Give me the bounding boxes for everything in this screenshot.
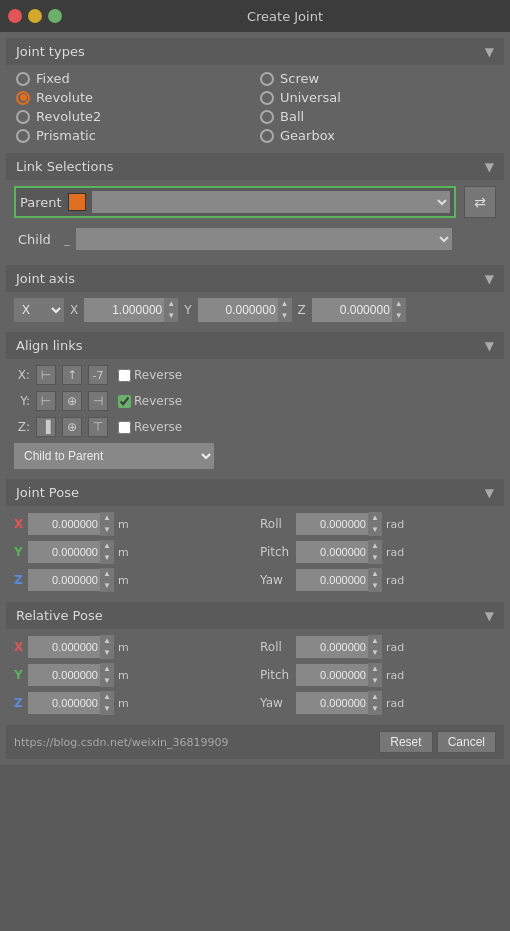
- align-z-reverse-checkbox[interactable]: [118, 421, 131, 434]
- joint-types-header[interactable]: Joint types ▼: [6, 38, 504, 65]
- align-y-icon2[interactable]: ⊕: [62, 391, 82, 411]
- joint-pose-y-spinbox[interactable]: ▲ ▼: [28, 540, 114, 564]
- relative-pose-z-input[interactable]: [28, 692, 100, 714]
- relative-pose-z-down[interactable]: ▼: [100, 703, 114, 715]
- minimize-button[interactable]: [28, 9, 42, 23]
- relative-pose-x-input[interactable]: [28, 636, 100, 658]
- joint-pose-yaw-up[interactable]: ▲: [368, 568, 382, 580]
- relative-pose-y-up[interactable]: ▲: [100, 663, 114, 675]
- joint-pose-yaw-down[interactable]: ▼: [368, 580, 382, 592]
- joint-pose-y-up[interactable]: ▲: [100, 540, 114, 552]
- joint-pose-roll-down[interactable]: ▼: [368, 524, 382, 536]
- radio-revolute[interactable]: Revolute: [16, 90, 250, 105]
- joint-pose-pitch-down[interactable]: ▼: [368, 552, 382, 564]
- joint-pose-pitch-input[interactable]: [296, 541, 368, 563]
- joint-pose-x-down[interactable]: ▼: [100, 524, 114, 536]
- joint-pose-x-spinbox[interactable]: ▲ ▼: [28, 512, 114, 536]
- relative-pose-x-spin: ▲ ▼: [100, 635, 114, 659]
- cancel-button[interactable]: Cancel: [437, 731, 496, 753]
- radio-universal[interactable]: Universal: [260, 90, 494, 105]
- close-button[interactable]: [8, 9, 22, 23]
- align-y-icon3[interactable]: ⊣: [88, 391, 108, 411]
- radio-screw[interactable]: Screw: [260, 71, 494, 86]
- joint-pose-y-input[interactable]: [28, 541, 100, 563]
- align-x-icon1[interactable]: ⊢: [36, 365, 56, 385]
- align-z-icon1[interactable]: ▐: [36, 417, 56, 437]
- relative-pose-x-up[interactable]: ▲: [100, 635, 114, 647]
- y-value-input[interactable]: [198, 298, 278, 322]
- align-links-header[interactable]: Align links ▼: [6, 332, 504, 359]
- x-spin-up[interactable]: ▲: [164, 298, 178, 310]
- joint-pose-x-up[interactable]: ▲: [100, 512, 114, 524]
- z-spin-down[interactable]: ▼: [392, 310, 406, 322]
- joint-pose-header[interactable]: Joint Pose ▼: [6, 479, 504, 506]
- reset-button[interactable]: Reset: [379, 731, 432, 753]
- joint-pose-y-down[interactable]: ▼: [100, 552, 114, 564]
- joint-pose-roll-row: Roll ▲ ▼ rad: [260, 512, 496, 536]
- joint-pose-z-down[interactable]: ▼: [100, 580, 114, 592]
- z-value-spinbox[interactable]: ▲ ▼: [312, 298, 406, 322]
- x-spin-down[interactable]: ▼: [164, 310, 178, 322]
- relative-pose-pitch-up[interactable]: ▲: [368, 663, 382, 675]
- maximize-button[interactable]: [48, 9, 62, 23]
- child-dropdown[interactable]: [76, 228, 452, 250]
- relative-pose-y-spinbox[interactable]: ▲ ▼: [28, 663, 114, 687]
- joint-pose-yaw-input[interactable]: [296, 569, 368, 591]
- y-value-spinbox[interactable]: ▲ ▼: [198, 298, 292, 322]
- joint-axis-header[interactable]: Joint axis ▼: [6, 265, 504, 292]
- joint-pose-roll-spinbox[interactable]: ▲ ▼: [296, 512, 382, 536]
- y-spin-up[interactable]: ▲: [278, 298, 292, 310]
- joint-pose-z-up[interactable]: ▲: [100, 568, 114, 580]
- align-z-icon2[interactable]: ⊕: [62, 417, 82, 437]
- align-z-icon3[interactable]: ⊤: [88, 417, 108, 437]
- z-spin-up[interactable]: ▲: [392, 298, 406, 310]
- swap-button[interactable]: ⇄: [464, 186, 496, 218]
- x-value-spinbox[interactable]: ▲ ▼: [84, 298, 178, 322]
- relative-pose-x-spinbox[interactable]: ▲ ▼: [28, 635, 114, 659]
- radio-revolute2[interactable]: Revolute2: [16, 109, 250, 124]
- radio-prismatic[interactable]: Prismatic: [16, 128, 250, 143]
- joint-pose-z-input[interactable]: [28, 569, 100, 591]
- joint-pose-y-spin: ▲ ▼: [100, 540, 114, 564]
- joint-pose-pitch-spinbox[interactable]: ▲ ▼: [296, 540, 382, 564]
- relative-pose-yaw-spinbox[interactable]: ▲ ▼: [296, 691, 382, 715]
- align-x-icon3[interactable]: -7: [88, 365, 108, 385]
- radio-ball[interactable]: Ball: [260, 109, 494, 124]
- radio-fixed[interactable]: Fixed: [16, 71, 250, 86]
- child-to-parent-select[interactable]: Child to Parent: [14, 443, 214, 469]
- relative-pose-yaw-down[interactable]: ▼: [368, 703, 382, 715]
- joint-pose-roll-up[interactable]: ▲: [368, 512, 382, 524]
- joint-pose-x-input[interactable]: [28, 513, 100, 535]
- relative-pose-z-spinbox[interactable]: ▲ ▼: [28, 691, 114, 715]
- relative-pose-pitch-down[interactable]: ▼: [368, 675, 382, 687]
- align-y-reverse-checkbox[interactable]: [118, 395, 131, 408]
- axis-select[interactable]: X Y Z: [14, 298, 64, 322]
- relative-pose-pitch-input[interactable]: [296, 664, 368, 686]
- relative-pose-y-input[interactable]: [28, 664, 100, 686]
- radio-gearbox[interactable]: Gearbox: [260, 128, 494, 143]
- relative-pose-yaw-input[interactable]: [296, 692, 368, 714]
- joint-pose-z-spinbox[interactable]: ▲ ▼: [28, 568, 114, 592]
- y-spin-down[interactable]: ▼: [278, 310, 292, 322]
- relative-pose-z-up[interactable]: ▲: [100, 691, 114, 703]
- align-x-icon2[interactable]: ↑: [62, 365, 82, 385]
- align-x-reverse-checkbox[interactable]: [118, 369, 131, 382]
- relative-pose-pitch-spinbox[interactable]: ▲ ▼: [296, 663, 382, 687]
- relative-pose-y-down[interactable]: ▼: [100, 675, 114, 687]
- relative-pose-header[interactable]: Relative Pose ▼: [6, 602, 504, 629]
- parent-dropdown[interactable]: [92, 191, 450, 213]
- joint-pose-pitch-up[interactable]: ▲: [368, 540, 382, 552]
- relative-pose-roll-input[interactable]: [296, 636, 368, 658]
- x-value-input[interactable]: [84, 298, 164, 322]
- joint-pose-yaw-spinbox[interactable]: ▲ ▼: [296, 568, 382, 592]
- relative-pose-x-down[interactable]: ▼: [100, 647, 114, 659]
- relative-pose-roll-down[interactable]: ▼: [368, 647, 382, 659]
- joint-pose-roll-input[interactable]: [296, 513, 368, 535]
- relative-pose-yaw-up[interactable]: ▲: [368, 691, 382, 703]
- link-selections-header[interactable]: Link Selections ▼: [6, 153, 504, 180]
- align-x-reverse-label: Reverse: [134, 368, 182, 382]
- relative-pose-roll-up[interactable]: ▲: [368, 635, 382, 647]
- z-value-input[interactable]: [312, 298, 392, 322]
- relative-pose-roll-spinbox[interactable]: ▲ ▼: [296, 635, 382, 659]
- align-y-icon1[interactable]: ⊢: [36, 391, 56, 411]
